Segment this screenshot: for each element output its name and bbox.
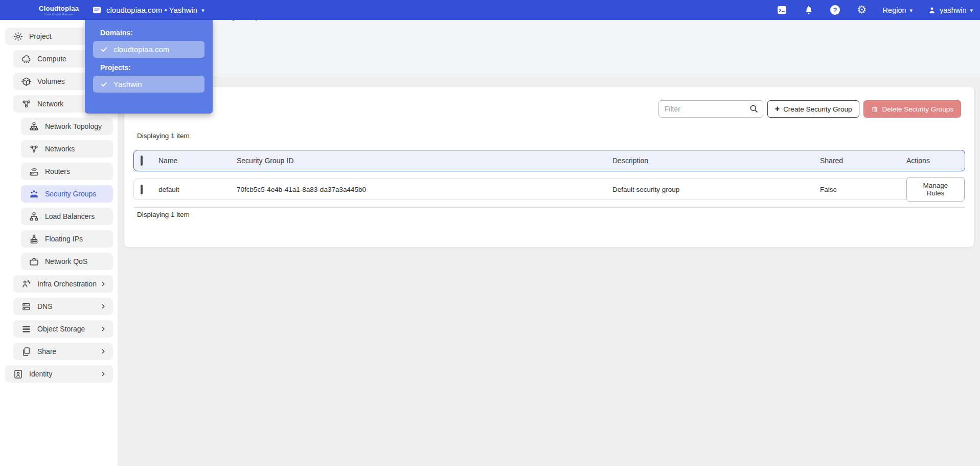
table-header-row: Name Security Group ID Description Share…: [133, 150, 965, 171]
dropdown-item-project[interactable]: Yashwin: [93, 76, 204, 93]
trash-icon: [871, 105, 878, 113]
table-footer-divider: [133, 207, 965, 208]
help-icon[interactable]: ?: [830, 5, 841, 16]
chevron-right-icon: [100, 348, 107, 355]
topology-icon: [28, 121, 39, 132]
chevron-down-icon: ▾: [910, 8, 913, 13]
sidebar-item-network-qos[interactable]: Network QoS: [21, 253, 113, 270]
window-list-icon: [91, 5, 102, 16]
chevron-right-icon: [100, 303, 107, 310]
column-header-id[interactable]: Security Group ID: [237, 157, 612, 165]
cell-description: Default security group: [612, 186, 820, 193]
gear-icon[interactable]: ⚙: [856, 5, 868, 16]
user-icon: [928, 6, 936, 14]
row-checkbox[interactable]: [141, 185, 143, 194]
share-icon: [20, 346, 32, 357]
dns-icon: [20, 301, 32, 312]
security-groups-panel: + Create Security Group Delete Security …: [124, 87, 974, 247]
check-icon: [100, 46, 108, 53]
network-icon: [20, 98, 32, 109]
brand-name: Cloudtopiaa: [39, 5, 79, 12]
column-header-shared[interactable]: Shared: [820, 157, 906, 165]
gear-icon: [12, 31, 24, 42]
networks-icon: [28, 143, 39, 154]
qos-icon: [28, 256, 39, 267]
sidebar-item-dns[interactable]: DNS: [13, 298, 113, 315]
column-header-actions: Actions: [906, 157, 965, 165]
switcher-label: cloudtopiaa.com • Yashwin: [106, 6, 197, 14]
bell-icon[interactable]: [803, 5, 814, 16]
chevron-right-icon: [100, 325, 107, 332]
sidebar-item-object-storage[interactable]: Object Storage: [13, 320, 113, 338]
create-security-group-button[interactable]: + Create Security Group: [767, 100, 860, 118]
table-toolbar: + Create Security Group Delete Security …: [658, 100, 961, 118]
sidebar-item-routers[interactable]: Routers: [21, 163, 113, 180]
cloud-icon: [20, 53, 32, 64]
security-groups-icon: [28, 188, 39, 199]
domain-project-switcher[interactable]: cloudtopiaa.com • Yashwin ▾: [91, 0, 204, 20]
table-row: default 70fcb5c5-4e4b-41a1-8a83-da37a3a4…: [133, 179, 965, 200]
brand-tagline: Your Cloud Partner: [44, 13, 74, 16]
orchestration-icon: [20, 278, 32, 290]
select-all-checkbox[interactable]: [141, 156, 143, 166]
item-count-top: Displaying 1 item: [137, 132, 190, 140]
sidebar-item-floating-ips[interactable]: Floating IPs: [21, 230, 113, 248]
manage-rules-button[interactable]: Manage Rules: [906, 177, 965, 202]
item-count-bottom: Displaying 1 item: [137, 211, 190, 218]
cell-shared: False: [820, 186, 906, 193]
cell-name: default: [158, 186, 237, 193]
filter-field: [658, 100, 763, 118]
sidebar-item-security-groups[interactable]: Security Groups: [21, 185, 113, 203]
search-icon[interactable]: [749, 104, 759, 114]
delete-security-groups-button[interactable]: Delete Security Groups: [863, 100, 961, 118]
floating-ip-icon: [28, 233, 39, 245]
dropdown-item-domain[interactable]: cloudtopiaa.com: [93, 41, 204, 58]
sidebar-item-network-topology[interactable]: Network Topology: [21, 118, 113, 135]
check-icon: [100, 80, 108, 88]
domains-label: Domains:: [100, 29, 133, 37]
sidebar-item-infra-orchestration[interactable]: Infra Orchestration: [13, 275, 113, 293]
column-header-description[interactable]: Description: [612, 157, 820, 165]
chevron-down-icon: ▾: [970, 8, 973, 13]
sidebar-item-identity[interactable]: Identity: [5, 365, 113, 383]
load-balancer-icon: [28, 211, 39, 222]
sidebar-item-share[interactable]: Share: [13, 343, 113, 360]
identity-icon: [12, 368, 24, 380]
sidebar-item-networks[interactable]: Networks: [21, 140, 113, 158]
column-header-name[interactable]: Name: [158, 157, 237, 165]
top-navbar: Cloudtopiaa Your Cloud Partner cloudtopi…: [0, 0, 980, 20]
filter-input[interactable]: [658, 100, 763, 118]
sidebar-item-load-balancers[interactable]: Load Balancers: [21, 208, 113, 225]
projects-label: Projects:: [100, 63, 131, 72]
cube-icon: [20, 76, 32, 87]
chevron-right-icon: [100, 370, 107, 378]
router-icon: [28, 166, 39, 177]
chevron-down-icon: ▾: [201, 8, 204, 13]
chevron-right-icon: [100, 280, 107, 287]
console-icon[interactable]: [777, 5, 788, 16]
cell-security-group-id: 70fcb5c5-4e4b-41a1-8a83-da37a3a445b0: [237, 186, 612, 193]
object-storage-icon: [20, 323, 32, 335]
page-header: [118, 20, 980, 77]
user-menu[interactable]: yashwin ▾: [928, 6, 973, 14]
domain-project-dropdown: Domains: cloudtopiaa.com Projects: Yashw…: [85, 20, 213, 114]
plus-icon: +: [775, 105, 780, 113]
region-selector[interactable]: Region ▾: [883, 6, 913, 14]
